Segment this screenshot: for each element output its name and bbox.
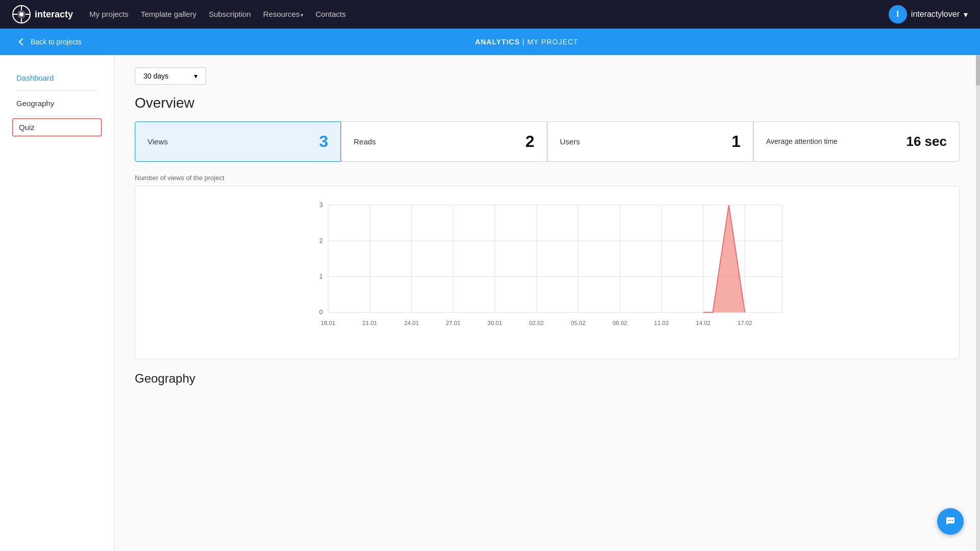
views-value: 3: [319, 132, 328, 151]
svg-text:18.01: 18.01: [321, 320, 335, 326]
chart-label: Number of views of the project: [135, 174, 960, 182]
username: interactylover: [911, 10, 960, 19]
attention-label: Average attention time: [766, 137, 838, 147]
logo-icon: [12, 5, 31, 23]
nav-contacts[interactable]: Contacts: [315, 10, 346, 18]
attention-card[interactable]: Average attention time 16 sec: [753, 121, 960, 162]
svg-text:24.01: 24.01: [404, 320, 419, 326]
svg-point-40: [950, 520, 951, 521]
logo-text: interacty: [35, 9, 73, 20]
svg-marker-38: [703, 205, 745, 312]
reads-label: Reads: [354, 137, 376, 146]
svg-text:1: 1: [319, 273, 323, 280]
sidebar-divider-2: [16, 116, 97, 116]
svg-text:30.01: 30.01: [487, 320, 502, 326]
nav-resources[interactable]: Resources▾: [263, 10, 304, 18]
date-filter-container: 30 days ▾: [135, 67, 960, 85]
user-chevron-icon: ▾: [964, 10, 968, 19]
avatar: I: [889, 5, 907, 23]
svg-text:02.02: 02.02: [529, 320, 544, 326]
svg-text:0: 0: [319, 309, 323, 316]
reads-card[interactable]: Reads 2: [341, 121, 547, 162]
dropdown-chevron-icon: ▾: [194, 72, 198, 80]
svg-text:17.02: 17.02: [738, 320, 752, 326]
views-card[interactable]: Views 3: [135, 121, 341, 162]
logo[interactable]: interacty: [12, 5, 73, 23]
back-to-projects-button[interactable]: Back to projects: [16, 37, 82, 47]
nav-my-projects[interactable]: My projects: [89, 10, 129, 18]
back-arrow-icon: [16, 37, 27, 47]
scrollbar-track[interactable]: [976, 55, 980, 551]
page-title: ANALYTICS | MY PROJECT: [90, 38, 964, 46]
main-layout: Dashboard Geography Quiz 30 days ▾ Overv…: [0, 55, 980, 551]
svg-point-39: [948, 520, 949, 521]
svg-text:14.02: 14.02: [696, 320, 710, 326]
main-content: 30 days ▾ Overview Views 3 Reads 2 Users…: [114, 55, 980, 551]
nav-links: My projects Template gallery Subscriptio…: [89, 10, 872, 19]
sidebar-divider: [16, 90, 97, 91]
svg-point-2: [19, 12, 23, 16]
users-label: Users: [560, 137, 580, 146]
chat-icon: [944, 515, 957, 528]
date-range-value: 30 days: [143, 72, 168, 80]
sidebar-item-quiz[interactable]: Quiz: [12, 118, 102, 136]
resources-dropdown-icon: ▾: [301, 12, 303, 18]
nav-subscription[interactable]: Subscription: [209, 10, 251, 18]
svg-text:21.01: 21.01: [362, 320, 377, 326]
sidebar-item-geography[interactable]: Geography: [0, 93, 114, 114]
users-value: 1: [731, 132, 741, 151]
stat-cards: Views 3 Reads 2 Users 1 Average attentio…: [135, 121, 960, 162]
views-label: Views: [148, 137, 168, 146]
overview-title: Overview: [135, 95, 960, 111]
svg-point-41: [952, 520, 953, 521]
top-navigation: interacty My projects Template gallery S…: [0, 0, 980, 29]
geography-section-title: Geography: [135, 371, 960, 386]
users-card[interactable]: Users 1: [547, 121, 753, 162]
page-header-bar: Back to projects ANALYTICS | MY PROJECT: [0, 29, 980, 55]
chart-svg: 3 2 1 0 18.01 21.01 24.01 27.01 30.01 02…: [143, 194, 951, 355]
attention-value: 16 sec: [906, 134, 947, 149]
nav-template-gallery[interactable]: Template gallery: [141, 10, 197, 18]
reads-value: 2: [525, 132, 534, 151]
svg-text:08.02: 08.02: [612, 320, 627, 326]
chat-button[interactable]: [937, 508, 964, 535]
sidebar-item-dashboard[interactable]: Dashboard: [0, 67, 114, 88]
svg-text:27.01: 27.01: [446, 320, 460, 326]
date-range-dropdown[interactable]: 30 days ▾: [135, 67, 206, 85]
svg-text:2: 2: [319, 237, 323, 244]
back-label: Back to projects: [31, 38, 82, 46]
views-chart: 3 2 1 0 18.01 21.01 24.01 27.01 30.01 02…: [135, 186, 960, 359]
svg-text:11.02: 11.02: [654, 320, 669, 326]
svg-text:3: 3: [319, 202, 323, 209]
svg-text:05.02: 05.02: [571, 320, 585, 326]
sidebar: Dashboard Geography Quiz: [0, 55, 114, 551]
user-menu[interactable]: I interactylover ▾: [889, 5, 968, 23]
scrollbar-thumb[interactable]: [976, 55, 980, 86]
